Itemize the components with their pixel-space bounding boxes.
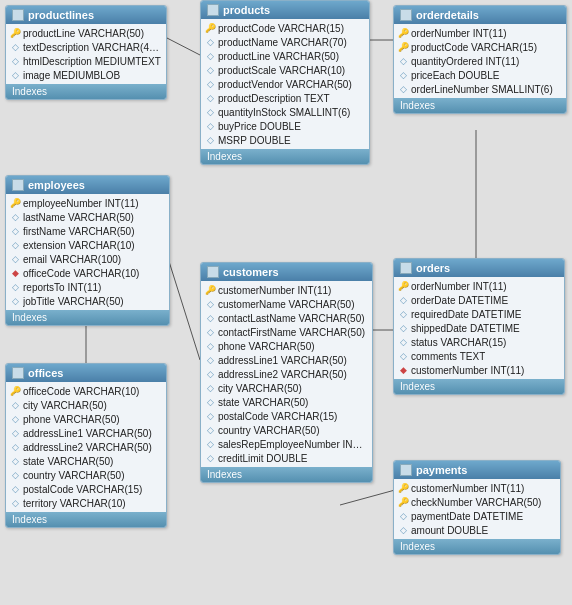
field-text: postalCode VARCHAR(15) — [218, 411, 337, 422]
field-row: ◇ image MEDIUMBLOB — [6, 68, 166, 82]
field-text: MSRP DOUBLE — [218, 135, 291, 146]
table-payments-header: payments — [394, 461, 560, 479]
table-customers-footer[interactable]: Indexes — [201, 467, 372, 482]
field-row: ◇ textDescription VARCHAR(4000) — [6, 40, 166, 54]
diamond-icon: ◇ — [205, 299, 215, 309]
key-icon: 🔑 — [10, 198, 20, 208]
field-row: 🔑 customerNumber INT(11) — [201, 283, 372, 297]
diamond-red-icon: ◆ — [10, 268, 20, 278]
key-icon: 🔑 — [10, 386, 20, 396]
field-row: ◇ priceEach DOUBLE — [394, 68, 566, 82]
diamond-icon: ◇ — [205, 313, 215, 323]
field-row: 🔑 customerNumber INT(11) — [394, 481, 560, 495]
field-text: firstName VARCHAR(50) — [23, 226, 135, 237]
table-productlines-footer[interactable]: Indexes — [6, 84, 166, 99]
field-text: city VARCHAR(50) — [218, 383, 302, 394]
diamond-icon: ◇ — [398, 323, 408, 333]
field-text: creditLimit DOUBLE — [218, 453, 307, 464]
diamond-icon: ◇ — [205, 107, 215, 117]
table-orderdetails-header: orderdetails — [394, 6, 566, 24]
table-employees-title: employees — [28, 179, 85, 191]
field-text: orderLineNumber SMALLINT(6) — [411, 84, 553, 95]
svg-line-4 — [167, 255, 200, 360]
diamond-icon: ◇ — [398, 511, 408, 521]
field-text: city VARCHAR(50) — [23, 400, 107, 411]
diamond-icon: ◇ — [10, 498, 20, 508]
canvas: productlines 🔑 productLine VARCHAR(50) ◇… — [0, 0, 572, 605]
diamond-icon: ◇ — [398, 295, 408, 305]
diamond-icon: ◇ — [398, 309, 408, 319]
field-text: addressLine2 VARCHAR(50) — [218, 369, 347, 380]
table-icon — [12, 367, 24, 379]
field-row: 🔑 orderNumber INT(11) — [394, 279, 564, 293]
field-text: officeCode VARCHAR(10) — [23, 386, 139, 397]
key-icon: 🔑 — [398, 497, 408, 507]
table-products-body: 🔑 productCode VARCHAR(15) ◇ productName … — [201, 19, 369, 149]
table-orders-header: orders — [394, 259, 564, 277]
field-text: jobTitle VARCHAR(50) — [23, 296, 124, 307]
diamond-icon: ◇ — [10, 56, 20, 66]
field-text: phone VARCHAR(50) — [218, 341, 315, 352]
diamond-icon: ◇ — [205, 355, 215, 365]
table-products-footer[interactable]: Indexes — [201, 149, 369, 164]
field-row: ◇ addressLine1 VARCHAR(50) — [201, 353, 372, 367]
table-icon — [400, 262, 412, 274]
diamond-icon: ◇ — [205, 369, 215, 379]
diamond-icon: ◇ — [10, 226, 20, 236]
table-icon — [12, 179, 24, 191]
diamond-icon: ◇ — [398, 351, 408, 361]
table-offices-footer[interactable]: Indexes — [6, 512, 166, 527]
field-text: productVendor VARCHAR(50) — [218, 79, 352, 90]
table-orders-title: orders — [416, 262, 450, 274]
diamond-icon: ◇ — [205, 65, 215, 75]
field-text: contactLastName VARCHAR(50) — [218, 313, 365, 324]
diamond-icon: ◇ — [10, 414, 20, 424]
field-row: ◇ state VARCHAR(50) — [201, 395, 372, 409]
field-row: ◇ country VARCHAR(50) — [6, 468, 166, 482]
table-icon — [12, 9, 24, 21]
table-orderdetails-footer[interactable]: Indexes — [394, 98, 566, 113]
table-orders-footer[interactable]: Indexes — [394, 379, 564, 394]
field-row: 🔑 productCode VARCHAR(15) — [201, 21, 369, 35]
svg-line-0 — [167, 38, 200, 55]
field-row: ◇ addressLine1 VARCHAR(50) — [6, 426, 166, 440]
field-text: customerName VARCHAR(50) — [218, 299, 355, 310]
field-row: ◇ firstName VARCHAR(50) — [6, 224, 169, 238]
table-payments-footer[interactable]: Indexes — [394, 539, 560, 554]
field-text: email VARCHAR(100) — [23, 254, 121, 265]
field-row: ◇ city VARCHAR(50) — [201, 381, 372, 395]
field-row: ◇ addressLine2 VARCHAR(50) — [201, 367, 372, 381]
field-text: customerNumber INT(11) — [218, 285, 331, 296]
key-icon: 🔑 — [398, 483, 408, 493]
table-orderdetails-body: 🔑 orderNumber INT(11) 🔑 productCode VARC… — [394, 24, 566, 98]
table-payments: payments 🔑 customerNumber INT(11) 🔑 chec… — [393, 460, 561, 555]
field-row: ◇ contactFirstName VARCHAR(50) — [201, 325, 372, 339]
field-row: ◇ status VARCHAR(15) — [394, 335, 564, 349]
field-row: ◇ extension VARCHAR(10) — [6, 238, 169, 252]
field-row: ◇ amount DOUBLE — [394, 523, 560, 537]
field-text: orderNumber INT(11) — [411, 28, 507, 39]
table-orderdetails: orderdetails 🔑 orderNumber INT(11) 🔑 pro… — [393, 5, 567, 114]
table-employees-footer[interactable]: Indexes — [6, 310, 169, 325]
key-icon: 🔑 — [398, 42, 408, 52]
field-text: productLine VARCHAR(50) — [218, 51, 339, 62]
field-text: quantityInStock SMALLINT(6) — [218, 107, 350, 118]
field-row: ◇ customerName VARCHAR(50) — [201, 297, 372, 311]
svg-line-6 — [340, 490, 395, 505]
diamond-icon: ◇ — [205, 453, 215, 463]
field-row: 🔑 employeeNumber INT(11) — [6, 196, 169, 210]
table-productlines-title: productlines — [28, 9, 94, 21]
field-text: productCode VARCHAR(15) — [411, 42, 537, 53]
table-productlines-header: productlines — [6, 6, 166, 24]
table-icon — [207, 266, 219, 278]
diamond-icon: ◇ — [10, 456, 20, 466]
table-products: products 🔑 productCode VARCHAR(15) ◇ pro… — [200, 0, 370, 165]
field-row: ◇ MSRP DOUBLE — [201, 133, 369, 147]
field-row: ◇ paymentDate DATETIME — [394, 509, 560, 523]
field-text: extension VARCHAR(10) — [23, 240, 135, 251]
field-text: orderDate DATETIME — [411, 295, 508, 306]
field-row: ◆ officeCode VARCHAR(10) — [6, 266, 169, 280]
diamond-red-icon: ◆ — [398, 365, 408, 375]
field-row: ◇ requiredDate DATETIME — [394, 307, 564, 321]
field-row: ◇ productName VARCHAR(70) — [201, 35, 369, 49]
